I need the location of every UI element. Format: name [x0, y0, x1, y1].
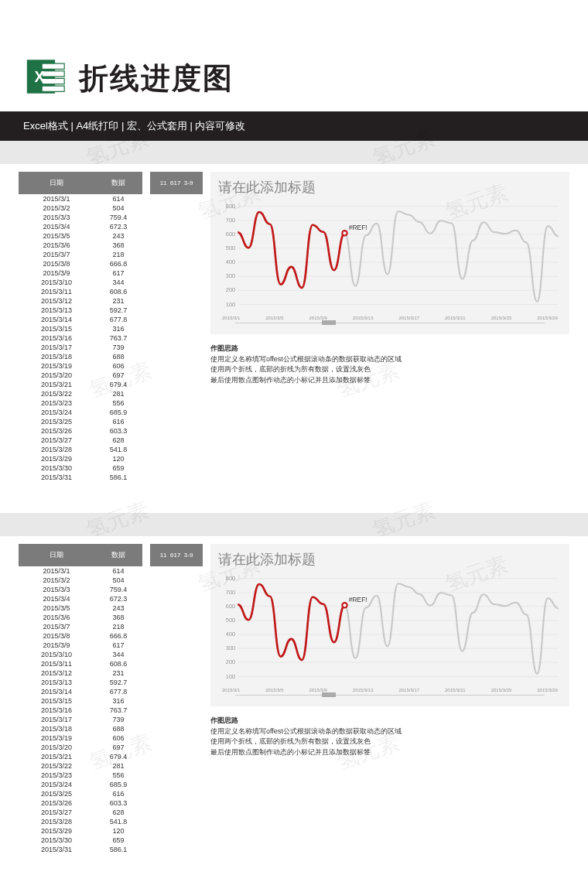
table-row: 2015/3/7218 [19, 622, 142, 631]
table-row: 2015/3/26603.3 [19, 798, 142, 808]
table-row: 2015/3/19606 [19, 361, 142, 371]
svg-rect-3 [42, 78, 64, 84]
table-row: 2015/3/20697 [19, 371, 142, 380]
svg-text:400: 400 [226, 631, 235, 638]
svg-text:700: 700 [226, 589, 235, 596]
svg-point-40 [342, 603, 347, 607]
svg-text:200: 200 [226, 286, 235, 293]
table-row: 2015/3/11608.6 [19, 287, 142, 296]
svg-text:X: X [35, 69, 45, 85]
table-row: 2015/3/9617 [19, 268, 142, 278]
col-value: 数据 [94, 544, 142, 566]
table-row: 2015/3/9617 [19, 641, 142, 650]
table-row: 2015/3/27628 [19, 436, 142, 445]
chart: 请在此添加标题100200300400500600700800#REF!2015… [210, 544, 569, 706]
table-row: 2015/3/23556 [19, 771, 142, 780]
table-row: 2015/3/16763.7 [19, 706, 142, 715]
table-row: 2015/3/26603.3 [19, 426, 142, 436]
table-row: 2015/3/1614 [19, 194, 142, 203]
table-row: 2015/3/21679.4 [19, 752, 142, 761]
svg-text:#REF!: #REF! [349, 224, 368, 231]
table-row: 2015/3/7218 [19, 250, 142, 259]
table-row: 2015/3/21679.4 [19, 380, 142, 389]
svg-text:700: 700 [226, 217, 235, 224]
table-row: 2015/3/14677.8 [19, 687, 142, 696]
table-row: 2015/3/18688 [19, 352, 142, 361]
table-row: 2015/3/25616 [19, 417, 142, 426]
excel-icon: X [23, 54, 79, 102]
table-row: 2015/3/20697 [19, 743, 142, 752]
svg-text:100: 100 [226, 301, 235, 308]
table-row: 2015/3/31586.1 [19, 473, 142, 482]
svg-text:300: 300 [226, 272, 235, 279]
table-row: 2015/3/23556 [19, 398, 142, 408]
table-row: 2015/3/30659 [19, 836, 142, 845]
table-row: 2015/3/6368 [19, 613, 142, 622]
table-row: 2015/3/31586.1 [19, 845, 142, 854]
notes: 作图思路使用定义名称填写offest公式根据滚动条的数据获取动态的区域使用两个折… [210, 344, 569, 385]
table-row: 2015/3/27628 [19, 808, 142, 817]
table-row: 2015/3/24685.9 [19, 408, 142, 417]
table-row: 2015/3/28541.8 [19, 445, 142, 454]
table-row: 2015/3/22281 [19, 389, 142, 398]
svg-point-22 [342, 231, 347, 235]
table-row: 2015/3/8666.8 [19, 259, 142, 268]
table-row: 2015/3/24685.9 [19, 780, 142, 789]
chart-scrollbar[interactable] [218, 695, 562, 696]
table-row: 2015/3/13592.7 [19, 678, 142, 687]
svg-text:800: 800 [226, 575, 235, 582]
col-date: 日期 [19, 544, 94, 566]
svg-text:100: 100 [226, 673, 235, 680]
table-row: 2015/3/3759.4 [19, 585, 142, 594]
table-row: 2015/3/30659 [19, 463, 142, 473]
table-row: 2015/3/28541.8 [19, 817, 142, 826]
table-row: 2015/3/5243 [19, 231, 142, 241]
table-row: 2015/3/6368 [19, 241, 142, 250]
chart-xaxis: 2015/3/12015/3/52015/3/92015/3/132015/3/… [218, 316, 562, 320]
col-date: 日期 [19, 172, 94, 194]
header: X 折线进度图 [0, 0, 588, 111]
svg-text:500: 500 [226, 617, 235, 624]
svg-rect-1 [42, 63, 64, 69]
svg-text:200: 200 [226, 658, 235, 665]
svg-text:500: 500 [226, 244, 235, 251]
table-row: 2015/3/10344 [19, 278, 142, 287]
table-row: 2015/3/29120 [19, 454, 142, 463]
panel-bottom: 日期数据2015/3/16142015/3/25042015/3/3759.42… [11, 536, 577, 862]
chart-title: 请在此添加标题 [218, 550, 562, 569]
panel-top: 日期数据2015/3/16142015/3/25042015/3/3759.42… [11, 164, 577, 490]
table-row: 2015/3/17739 [19, 343, 142, 352]
table-row: 2015/3/10344 [19, 650, 142, 659]
svg-text:400: 400 [226, 258, 235, 265]
table-row: 2015/3/29120 [19, 826, 142, 836]
svg-rect-2 [42, 71, 64, 77]
table-row: 2015/3/17739 [19, 715, 142, 724]
summary-box: 11 617 3-9 [150, 544, 203, 854]
chart-scrollbar[interactable] [218, 323, 562, 323]
table-row: 2015/3/25616 [19, 789, 142, 798]
data-table: 日期数据2015/3/16142015/3/25042015/3/3759.42… [19, 172, 142, 482]
svg-text:#REF!: #REF! [349, 596, 368, 603]
table-row: 2015/3/19606 [19, 733, 142, 743]
table-row: 2015/3/15316 [19, 696, 142, 706]
table-row: 2015/3/11608.6 [19, 659, 142, 668]
subheader: Excel格式 | A4纸打印 | 宏、公式套用 | 内容可修改 [0, 111, 588, 141]
table-row: 2015/3/14677.8 [19, 315, 142, 324]
data-table: 日期数据2015/3/16142015/3/25042015/3/3759.42… [19, 544, 142, 854]
table-row: 2015/3/12231 [19, 296, 142, 306]
svg-text:600: 600 [226, 603, 235, 610]
chart-xaxis: 2015/3/12015/3/52015/3/92015/3/132015/3/… [218, 688, 562, 692]
table-row: 2015/3/8666.8 [19, 631, 142, 641]
table-row: 2015/3/2504 [19, 576, 142, 585]
table-row: 2015/3/5243 [19, 603, 142, 613]
summary-box: 11 617 3-9 [150, 172, 203, 482]
notes: 作图思路使用定义名称填写offest公式根据滚动条的数据获取动态的区域使用两个折… [210, 716, 569, 757]
page-title: 折线进度图 [79, 59, 234, 98]
table-row: 2015/3/4672.3 [19, 594, 142, 603]
table-row: 2015/3/15316 [19, 324, 142, 333]
table-row: 2015/3/4672.3 [19, 222, 142, 231]
table-row: 2015/3/1614 [19, 566, 142, 576]
table-row: 2015/3/13592.7 [19, 306, 142, 315]
chart-title: 请在此添加标题 [218, 178, 562, 197]
table-row: 2015/3/22281 [19, 761, 142, 771]
